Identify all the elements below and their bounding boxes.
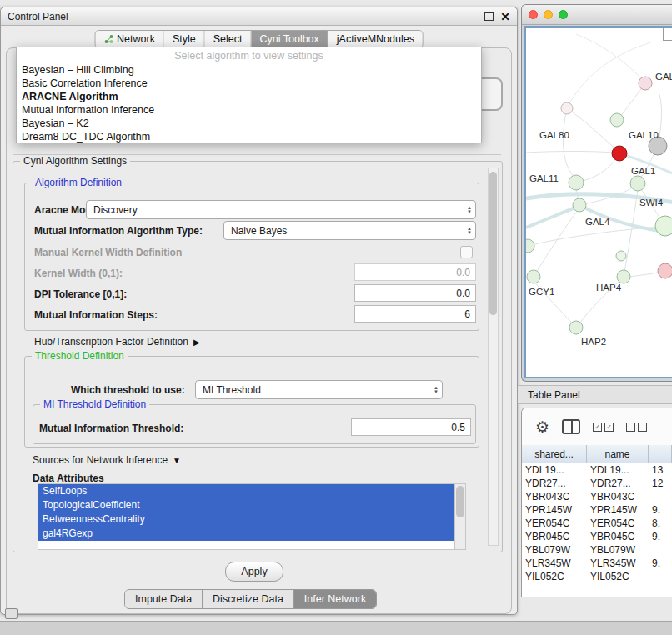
close-icon[interactable]: ✕ xyxy=(500,11,510,22)
algorithm-dropdown-popup: Select algorithm to view settings Bayesi… xyxy=(16,47,482,143)
settings-scrollbar-thumb[interactable] xyxy=(489,172,497,315)
gear-icon[interactable]: ⚙ xyxy=(535,419,549,435)
column-browser-icon[interactable] xyxy=(562,419,580,434)
table-row[interactable]: YIL052C YIL052C xyxy=(522,570,672,583)
close-traffic-light[interactable] xyxy=(529,10,538,19)
table-row[interactable]: YER054C YER054C 8. xyxy=(522,517,672,530)
which-threshold-value: MI Threshold xyxy=(203,384,430,396)
network-edge xyxy=(567,108,618,151)
checked-box-icon: ✓ xyxy=(593,422,602,432)
cell: YIL052C xyxy=(522,571,587,582)
cell: YDR27... xyxy=(587,478,649,489)
network-edge xyxy=(526,152,613,153)
network-edge xyxy=(528,227,659,246)
network-node[interactable] xyxy=(658,263,672,278)
cell: 9. xyxy=(649,558,672,569)
cell: YBR045C xyxy=(522,531,587,542)
settings-scrollbar[interactable] xyxy=(488,168,499,546)
network-node[interactable] xyxy=(630,176,645,191)
network-node[interactable] xyxy=(639,77,652,90)
table-row[interactable]: YBR045C YBR045C 9. xyxy=(522,530,672,543)
dropdown-item[interactable]: Bayesian – K2 xyxy=(17,117,481,130)
attribute-item[interactable]: TopologicalCoefficient xyxy=(38,498,454,512)
deselect-all-icon[interactable] xyxy=(626,422,647,432)
network-node[interactable] xyxy=(561,102,573,114)
attributes-scrollbar[interactable] xyxy=(454,484,465,549)
aracne-mode-value: Discovery xyxy=(93,204,464,216)
select-all-icon[interactable]: ✓ ✓ xyxy=(593,422,614,432)
network-scrollbar-corner[interactable] xyxy=(663,28,672,41)
dropdown-item[interactable]: Mutual Information Inference xyxy=(17,103,481,117)
network-node[interactable] xyxy=(526,239,534,252)
apply-button-label: Apply xyxy=(241,566,267,578)
zoom-traffic-light[interactable] xyxy=(559,10,568,19)
node-label: GAL80 xyxy=(539,130,569,140)
collapsed-panel-icon[interactable] xyxy=(5,608,18,619)
network-node[interactable] xyxy=(655,216,672,236)
mi-type-select[interactable]: Naive Bayes ▲▼ xyxy=(223,221,476,240)
cell: YPR145W xyxy=(522,504,587,516)
tab-impute-data[interactable]: Impute Data xyxy=(125,590,203,608)
network-node[interactable] xyxy=(573,198,586,212)
mi-type-value: Naive Bayes xyxy=(231,225,464,237)
tab-network[interactable]: Network xyxy=(95,31,164,48)
table-row[interactable]: YBL079W YBL079W xyxy=(522,543,672,557)
attribute-item[interactable]: SelfLoops xyxy=(38,484,454,498)
table-row[interactable]: YPR145W YPR145W 9. xyxy=(522,503,672,517)
cell: 8. xyxy=(649,518,672,529)
group-divider xyxy=(13,154,501,155)
mi-threshold-value: 0.5 xyxy=(451,422,465,433)
dropdown-item-selected[interactable]: ARACNE Algorithm xyxy=(17,90,481,103)
tab-select[interactable]: Select xyxy=(205,31,252,48)
table-row[interactable]: YDR27... YDR27... 12 xyxy=(522,477,672,490)
column-header-shared-name[interactable]: shared... xyxy=(522,445,587,462)
network-canvas[interactable]: GAL80GAL10GAL11GAL1SWI4GAL4GCY1HAP4HAP2G… xyxy=(524,26,672,378)
attribute-item[interactable]: gal4RGexp xyxy=(38,527,454,541)
network-node[interactable] xyxy=(610,113,624,127)
sources-section-toggle[interactable]: Sources for Network Inference▼ xyxy=(33,454,181,466)
network-edge xyxy=(576,34,645,83)
attributes-scrollbar-thumb[interactable] xyxy=(456,486,464,518)
network-view-window: GAL80GAL10GAL11GAL1SWI4GAL4GCY1HAP4HAP2G… xyxy=(521,4,672,382)
cell: YDR27... xyxy=(522,478,587,489)
column-header-name[interactable]: name xyxy=(587,445,649,462)
network-node[interactable] xyxy=(569,175,584,190)
manual-kernel-checkbox[interactable] xyxy=(460,246,473,258)
network-node[interactable] xyxy=(569,321,583,334)
minimize-traffic-light[interactable] xyxy=(544,10,553,19)
tab-style[interactable]: Style xyxy=(164,31,205,48)
mi-threshold-field[interactable]: 0.5 xyxy=(351,418,471,436)
table-header-row: shared... name xyxy=(522,445,672,463)
tab-infer-network[interactable]: Infer Network xyxy=(294,590,376,608)
kernel-width-field[interactable]: 0.0 xyxy=(354,263,476,281)
table-row[interactable]: YBR043C YBR043C xyxy=(522,490,672,503)
cell: YDL19... xyxy=(587,464,649,476)
tab-cyni-toolbox[interactable]: Cyni Toolbox xyxy=(251,31,328,48)
node-label: GCY1 xyxy=(529,287,554,297)
data-attributes-label: Data Attributes xyxy=(33,472,104,484)
table-row[interactable]: YLR345W YLR345W 9. xyxy=(522,557,672,570)
which-threshold-select[interactable]: MI Threshold ▲▼ xyxy=(195,380,443,399)
dpi-tolerance-field[interactable]: 0.0 xyxy=(354,284,476,302)
tab-jactivemnodules[interactable]: jActiveMNodules xyxy=(328,31,423,48)
node-table: shared... name YDL19... YDL19... 13 YDR2… xyxy=(522,445,672,597)
column-header-partial[interactable] xyxy=(649,445,672,462)
manual-kernel-label: Manual Kernel Width Definition xyxy=(34,247,182,258)
tab-discretize-data[interactable]: Discretize Data xyxy=(203,590,294,608)
dropdown-item[interactable]: Dream8 DC_TDC Algorithm xyxy=(17,130,481,143)
table-row[interactable]: YDL19... YDL19... 13 xyxy=(522,463,672,477)
attribute-item[interactable]: BetweennessCentrality xyxy=(38,512,454,527)
network-node[interactable] xyxy=(617,270,630,283)
float-icon[interactable] xyxy=(484,12,494,21)
aracne-mode-select[interactable]: Discovery ▲▼ xyxy=(86,200,476,219)
dropdown-item[interactable]: Bayesian – Hill Climbing xyxy=(17,63,481,77)
network-node[interactable] xyxy=(612,146,627,161)
node-label: HAP4 xyxy=(596,282,622,292)
tab-label: jActiveMNodules xyxy=(337,33,414,45)
dropdown-item[interactable]: Basic Correlation Inference xyxy=(17,77,481,90)
apply-button[interactable]: Apply xyxy=(225,562,283,582)
hub-section-toggle[interactable]: Hub/Transcription Factor Definition▶ xyxy=(34,336,200,348)
mi-steps-field[interactable]: 6 xyxy=(354,305,476,322)
network-node[interactable] xyxy=(527,270,540,283)
network-node[interactable] xyxy=(616,251,626,261)
